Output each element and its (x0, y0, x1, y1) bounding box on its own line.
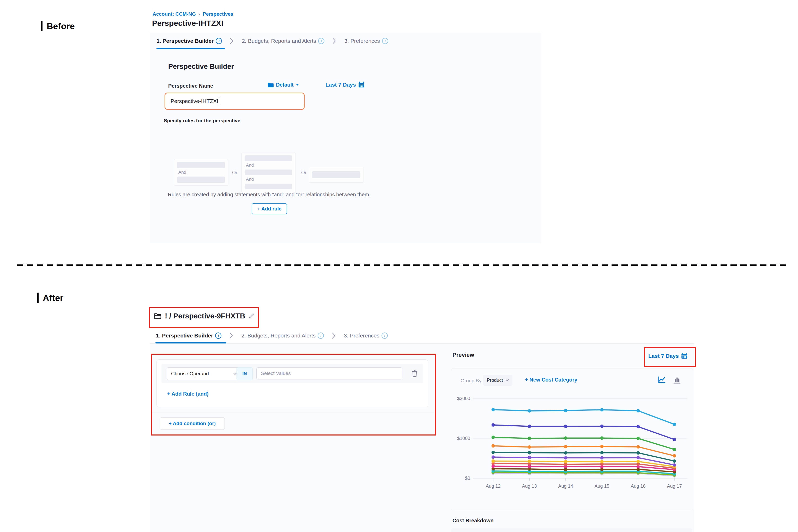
folder-icon (268, 82, 274, 88)
info-icon[interactable]: i (318, 38, 324, 44)
select-values-input[interactable] (256, 367, 402, 379)
skeleton-rule-card (309, 167, 364, 183)
chevron-right-icon (230, 38, 234, 44)
text-cursor (219, 98, 219, 104)
after-date-range-picker[interactable]: Last 7 Days (648, 353, 688, 359)
edit-pencil-icon[interactable] (248, 313, 254, 319)
operator-in-button[interactable]: IN (236, 367, 253, 380)
svg-text:Aug 17: Aug 17 (667, 483, 682, 489)
chevron-right-icon (332, 332, 336, 339)
rule-builder-card: Choose Operand IN + Add Rule (and) (156, 359, 428, 407)
info-icon[interactable]: i (216, 38, 222, 44)
page-title: Perspective-IHTZXI (152, 19, 223, 27)
after-tabbar-divider (150, 343, 694, 344)
skeleton-or-label: Or (232, 170, 237, 175)
trash-icon[interactable] (411, 369, 418, 377)
operand-select[interactable]: Choose Operand (167, 367, 241, 380)
bar-chart-toggle-icon[interactable] (672, 376, 681, 384)
breadcrumb-perspectives-link[interactable]: Perspectives (203, 11, 233, 17)
before-header-divider (150, 33, 541, 33)
svg-text:Aug 13: Aug 13 (522, 483, 537, 489)
tab-perspective-builder[interactable]: 1. Perspective Builder i (156, 38, 222, 44)
rule-section-divider (151, 413, 434, 413)
add-condition-or-button[interactable]: + Add condition (or) (159, 417, 225, 430)
info-icon[interactable]: i (382, 332, 388, 339)
skeleton-rule-card: And And (242, 153, 296, 193)
before-tab-bar: 1. Perspective Builder i 2. Budgets, Rep… (156, 38, 388, 44)
folder-selector[interactable]: Default (268, 82, 299, 88)
chevron-down-icon (233, 373, 237, 375)
info-icon[interactable]: i (382, 38, 388, 44)
breadcrumb-account-link[interactable]: Account: CCM-NG (153, 11, 196, 17)
add-rule-button[interactable]: + Add rule (252, 204, 287, 214)
svg-text:Aug 12: Aug 12 (486, 483, 500, 489)
rule-row: Choose Operand IN (162, 364, 423, 383)
svg-text:$0: $0 (465, 476, 470, 481)
cost-breakdown-heading: Cost Breakdown (453, 518, 494, 524)
group-by-label: Group By (460, 378, 481, 384)
before-after-divider (17, 264, 786, 266)
skeleton-or-label: Or (301, 170, 306, 175)
new-cost-category-link[interactable]: + New Cost Category (525, 377, 577, 383)
calendar-icon (681, 353, 688, 359)
calendar-icon (358, 81, 365, 88)
perspective-name-label: Perspective Name (168, 83, 213, 89)
rules-caption: Rules are created by adding statements w… (166, 192, 372, 198)
add-rule-and-link[interactable]: + Add Rule (and) (167, 391, 209, 397)
before-date-range-picker[interactable]: Last 7 Days (325, 81, 365, 88)
svg-text:Aug 16: Aug 16 (631, 483, 645, 489)
after-label: After (37, 292, 63, 303)
tab-budgets-reports-alerts[interactable]: 2. Budgets, Reports and Alerts i (242, 38, 324, 44)
tab-perspective-builder[interactable]: 1. Perspective Builder i (156, 332, 222, 339)
preview-line-chart: $0$1000$2000Aug 12Aug 13Aug 14Aug 15Aug … (454, 390, 690, 494)
preview-heading: Preview (453, 352, 474, 358)
info-icon[interactable]: i (215, 332, 222, 339)
svg-text:Aug 14: Aug 14 (558, 483, 573, 489)
after-tab-bar: 1. Perspective Builder i 2. Budgets, Rep… (156, 332, 388, 339)
svg-text:Aug 15: Aug 15 (594, 483, 609, 489)
tab-preferences[interactable]: 3. Preferences i (344, 332, 388, 339)
line-chart-toggle-icon[interactable] (658, 376, 666, 384)
group-by-select[interactable]: Product (483, 375, 512, 386)
tab-budgets-reports-alerts[interactable]: 2. Budgets, Reports and Alerts i (241, 332, 324, 339)
chevron-right-icon (229, 332, 233, 339)
svg-text:$2000: $2000 (457, 396, 470, 401)
tab-preferences[interactable]: 3. Preferences i (344, 38, 388, 44)
after-title-row: ! / Perspective-9FHXTB (154, 312, 254, 320)
chevron-right-icon: › (198, 11, 200, 17)
after-page-title: ! / Perspective-9FHXTB (165, 312, 245, 320)
cost-breakdown-panel-cutoff (451, 528, 692, 532)
caret-down-icon (296, 84, 299, 86)
folder-open-icon (154, 313, 162, 320)
active-tab-underline (155, 342, 226, 343)
chevron-right-icon (332, 38, 337, 44)
skeleton-rule-card: And (174, 159, 228, 186)
rules-section-label: Specify rules for the perspective (164, 118, 241, 124)
svg-text:$1000: $1000 (457, 436, 470, 441)
preview-card: Group By Product + New Cost Category $0$… (451, 368, 693, 511)
screenshot-canvas: Before Account: CCM-NG › Perspectives Pe… (0, 0, 798, 532)
info-icon[interactable]: i (318, 332, 324, 339)
perspective-name-input[interactable]: Perspective-IHTZXI (165, 93, 305, 110)
before-label: Before (41, 21, 75, 31)
breadcrumb: Account: CCM-NG › Perspectives (153, 11, 233, 17)
active-tab-underline (156, 48, 225, 49)
builder-heading: Perspective Builder (168, 62, 234, 71)
chevron-down-icon (506, 379, 509, 382)
